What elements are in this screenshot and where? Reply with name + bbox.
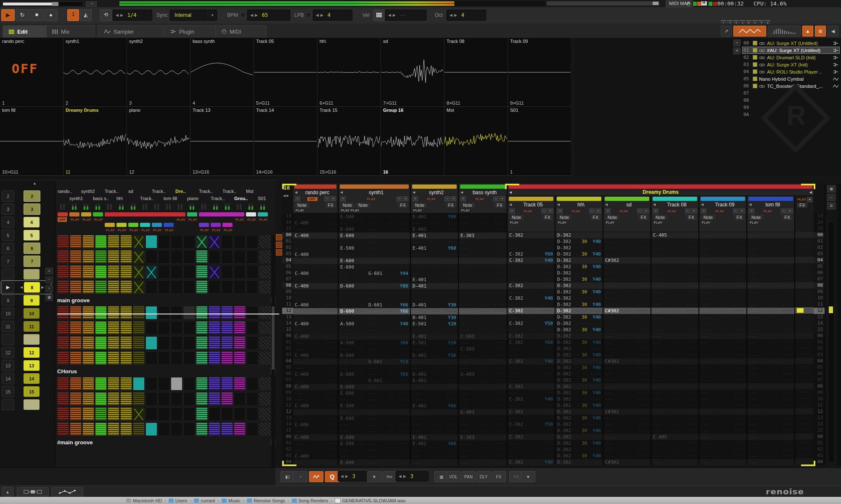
note-row[interactable]: G-403······ xyxy=(459,409,507,415)
note-row[interactable]: ---······ xyxy=(747,446,794,453)
matrix-cell[interactable] xyxy=(171,306,182,319)
sequencer-slot-number[interactable] xyxy=(2,334,14,345)
editor-mode-icon-3[interactable] xyxy=(276,249,282,256)
note-row[interactable]: C-400······ xyxy=(293,384,338,390)
sequencer-pattern-block[interactable]: 4 xyxy=(24,217,40,227)
note-row[interactable]: ---······ xyxy=(293,327,338,333)
matrix-cell[interactable] xyxy=(82,336,94,350)
note-row[interactable]: ---······ xyxy=(699,289,746,295)
note-row[interactable]: ---······ xyxy=(293,441,338,447)
note-row[interactable]: D-302········ xyxy=(555,409,603,415)
note-row[interactable]: ---······ xyxy=(411,327,458,333)
matrix-cell[interactable] xyxy=(196,407,208,421)
note-row[interactable]: E-501··Y20 xyxy=(411,340,458,346)
matrix-off-button[interactable]: OFF xyxy=(58,217,67,222)
note-row[interactable]: E-401······ xyxy=(411,277,458,283)
note-row[interactable]: ---······ xyxy=(411,453,458,459)
note-row[interactable]: ---······ xyxy=(699,459,746,465)
note-row[interactable]: ---······ xyxy=(699,427,746,434)
add-column-icon2[interactable]: + xyxy=(643,208,649,214)
bpm-dec-icon[interactable]: ◀ xyxy=(250,13,253,17)
matrix-cell[interactable] xyxy=(158,250,170,264)
follow-pattern-button[interactable]: ⟲ xyxy=(100,9,112,21)
note-row[interactable]: ---······ xyxy=(603,346,651,352)
step-dec-icon[interactable]: ◀ xyxy=(116,13,119,17)
add-column-icon[interactable]: + xyxy=(413,196,418,201)
scope-track-13[interactable]: Track 1313>G16 xyxy=(190,107,254,176)
note-row[interactable]: ---······ xyxy=(508,377,555,383)
matrix-track-name-track[interactable]: Track.. xyxy=(199,189,213,194)
sequencer-slot-number[interactable]: 6 xyxy=(2,243,14,254)
note-row[interactable]: ---······ xyxy=(459,321,507,327)
add-column-icon[interactable]: + xyxy=(295,196,300,201)
note-row[interactable]: ---······ xyxy=(459,453,507,459)
matrix-cell[interactable] xyxy=(183,407,195,421)
note-row[interactable]: ---······ xyxy=(699,245,746,251)
remove-column-icon[interactable]: − xyxy=(397,196,402,201)
matrix-track-name-synth2[interactable]: synth2 xyxy=(81,189,95,194)
matrix-cell[interactable] xyxy=(196,377,208,391)
matrix-cell[interactable] xyxy=(133,407,145,421)
matrix-cell[interactable] xyxy=(82,392,94,406)
note-row[interactable]: ---······ xyxy=(293,409,338,415)
note-row[interactable]: D-302··30Y40 xyxy=(555,238,603,245)
sequencer-slot-number[interactable]: 13 xyxy=(2,360,14,371)
editor-mode-icon-2[interactable] xyxy=(276,242,282,248)
matrix-track-name-bass-s[interactable]: bass s.. xyxy=(93,196,109,201)
note-row[interactable]: C-405······ xyxy=(651,232,698,238)
matrix-cell[interactable] xyxy=(171,336,182,350)
matrix-cell[interactable] xyxy=(120,306,132,319)
keyzone-icon[interactable]: ▦ xyxy=(45,294,53,301)
matrix-scroll-thumb[interactable] xyxy=(272,306,275,369)
sequencer-pattern-block[interactable]: 7 xyxy=(24,256,40,267)
matrix-cell[interactable] xyxy=(234,321,246,335)
matrix-cell[interactable] xyxy=(70,280,82,294)
matrix-track-name-mst[interactable]: Mst xyxy=(246,189,254,194)
track-state[interactable]: PLAY xyxy=(611,209,636,213)
track-state[interactable]: PLAY xyxy=(755,209,780,213)
note-row[interactable]: E-600··---······ xyxy=(339,390,410,396)
note-row[interactable]: D-302········ xyxy=(555,270,603,276)
note-row[interactable]: ---······ xyxy=(293,459,338,466)
note-row[interactable]: E-500··---······ xyxy=(339,403,410,409)
note-row[interactable]: E-600··---······ xyxy=(339,232,410,239)
note-row[interactable]: ---······ xyxy=(747,251,794,257)
note-row[interactable]: ---······ xyxy=(459,277,507,283)
note-row[interactable]: ---······ xyxy=(293,396,338,403)
master-volume-handle[interactable] xyxy=(52,2,58,6)
meter-reset-button[interactable]: ⊣ xyxy=(86,1,97,7)
scope-rando-perc[interactable]: rando percOFF1 xyxy=(0,38,63,107)
matrix-track-name-track[interactable]: Track.. xyxy=(222,189,236,194)
note-row[interactable]: ---······ xyxy=(293,226,338,232)
note-row[interactable]: D-302········ xyxy=(555,346,603,352)
note-row[interactable]: ---······ xyxy=(699,282,746,289)
note-row[interactable]: ---······ xyxy=(699,346,746,352)
note-row[interactable]: ---······ xyxy=(747,415,794,421)
matrix-cell[interactable] xyxy=(108,392,119,406)
note-row[interactable]: ---······ xyxy=(459,403,507,409)
note-row[interactable]: ---······ xyxy=(293,258,338,264)
sequencer-pattern-block[interactable]: 14 xyxy=(24,373,40,384)
note-row[interactable]: ---······ xyxy=(651,346,698,352)
instrument-row-04[interactable]: 04AU: ROLI Studio Player .. xyxy=(742,68,840,75)
matrix-cell[interactable] xyxy=(246,407,258,421)
seq-left-arrow-icon[interactable]: ◀ xyxy=(20,285,23,289)
note-row[interactable]: ---······ xyxy=(603,301,651,308)
sequencer-slot-number[interactable]: 7 xyxy=(2,256,14,267)
note-row[interactable]: ---······ xyxy=(651,251,698,257)
group-add-icon[interactable]: + xyxy=(807,197,812,202)
note-row[interactable]: ---······ xyxy=(747,434,794,440)
matrix-cell[interactable] xyxy=(70,250,82,264)
matrix-track-name-track[interactable]: Track.. xyxy=(211,196,225,201)
vol-column-button[interactable]: VOL xyxy=(446,471,460,482)
track-name[interactable]: ◀Track 08 xyxy=(651,201,698,208)
instrument-row-00[interactable]: 00AU: Surge XT (Untitled) xyxy=(742,40,840,47)
note-row[interactable]: E-401··Y60 xyxy=(411,245,458,251)
matrix-cell[interactable] xyxy=(183,351,195,365)
matrix-cell[interactable] xyxy=(196,351,208,365)
matrix-cell[interactable] xyxy=(209,351,220,365)
bpm-stepper[interactable]: ◀ ▶ 65 xyxy=(247,10,290,21)
group-fx-row[interactable]: ···· xyxy=(795,332,814,339)
note-row[interactable]: ---······ xyxy=(508,264,555,270)
note-row[interactable]: ---······ xyxy=(411,258,458,264)
